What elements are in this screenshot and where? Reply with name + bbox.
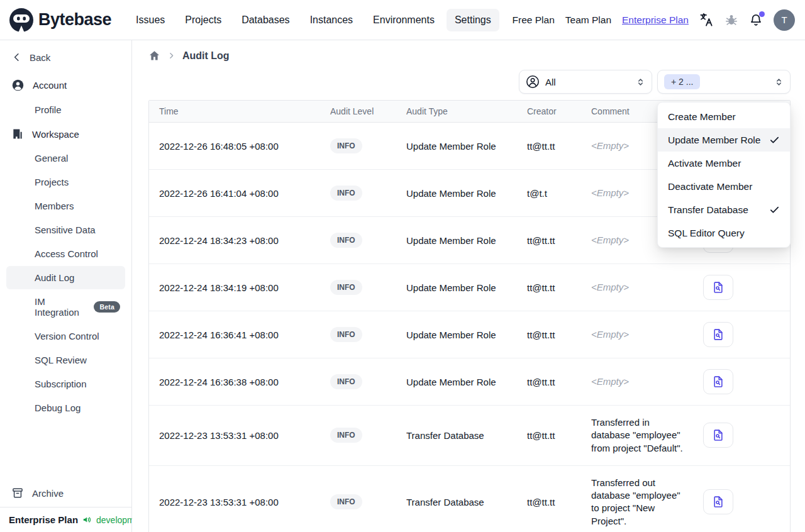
archive-box-icon bbox=[11, 487, 24, 499]
updown-icon bbox=[774, 77, 784, 87]
actions-cell bbox=[693, 406, 790, 466]
user-circle-icon bbox=[11, 79, 25, 92]
actions-cell bbox=[693, 465, 790, 532]
bug-icon[interactable] bbox=[724, 13, 738, 27]
filter-row: All + 2 ... bbox=[148, 70, 791, 94]
sidebar-scroll: Back Account Profile Workspace bbox=[0, 40, 131, 479]
time-cell: 2022-12-24 16:36:38 +08:00 bbox=[149, 358, 320, 406]
time-cell: 2022-12-23 13:53:31 +08:00 bbox=[149, 406, 320, 466]
sidebar-item-members[interactable]: Members bbox=[6, 194, 125, 218]
sidebar-item-label: Debug Log bbox=[35, 402, 80, 413]
nav-item-instances[interactable]: Instances bbox=[302, 9, 361, 31]
audit-type-filter-select[interactable]: + 2 ... bbox=[657, 70, 791, 94]
menu-item-label: Deactivate Member bbox=[668, 181, 752, 192]
view-payload-button[interactable] bbox=[703, 275, 733, 300]
file-search-icon bbox=[712, 496, 724, 508]
nav-item-databases[interactable]: Databases bbox=[233, 9, 298, 31]
menu-item-sql-editor-query[interactable]: SQL Editor Query bbox=[658, 221, 790, 245]
creator-filter-select[interactable]: All bbox=[519, 70, 652, 94]
level-badge: INFO bbox=[330, 428, 362, 443]
sidebar-item-label: Subscription bbox=[35, 379, 87, 389]
table-row: 2022-12-23 13:53:31 +08:00 INFO Transfer… bbox=[149, 406, 790, 466]
view-payload-button[interactable] bbox=[703, 369, 733, 394]
chevron-right-icon bbox=[167, 52, 175, 60]
nav-item-environments[interactable]: Environments bbox=[365, 9, 443, 31]
back-button[interactable]: Back bbox=[6, 48, 125, 67]
free-plan-link[interactable]: Free Plan bbox=[513, 14, 555, 26]
sidebar-item-access-control[interactable]: Access Control bbox=[6, 242, 125, 265]
view-payload-button[interactable] bbox=[703, 489, 733, 514]
beta-badge: Beta bbox=[94, 301, 120, 313]
team-plan-link[interactable]: Team Plan bbox=[565, 14, 611, 26]
menu-item-label: Transfer Database bbox=[668, 204, 748, 216]
topbar-right: Free Plan Team Plan Enterprise Plan T bbox=[513, 9, 795, 31]
menu-item-create-member[interactable]: Create Member bbox=[658, 105, 790, 128]
time-cell: 2022-12-26 16:41:04 +08:00 bbox=[149, 170, 320, 217]
level-badge: INFO bbox=[330, 494, 362, 509]
bytebase-logo[interactable]: Bytebase bbox=[9, 8, 111, 33]
sidebar-item-profile[interactable]: Profile bbox=[6, 98, 125, 121]
sidebar-item-sensitive-data[interactable]: Sensitive Data bbox=[6, 218, 125, 241]
bell-icon[interactable] bbox=[749, 13, 763, 27]
nav-item-settings[interactable]: Settings bbox=[447, 9, 499, 31]
time-cell: 2022-12-24 18:34:23 +08:00 bbox=[149, 217, 320, 264]
time-cell: 2022-12-24 16:36:41 +08:00 bbox=[149, 311, 320, 358]
creator-cell: tt@tt.tt bbox=[517, 311, 581, 358]
sidebar-item-sql-review[interactable]: SQL Review bbox=[6, 348, 125, 372]
level-cell: INFO bbox=[320, 123, 396, 170]
sidebar-item-subscription[interactable]: Subscription bbox=[6, 372, 125, 396]
creator-cell: tt@tt.tt bbox=[517, 264, 581, 311]
settings-sidebar: Back Account Profile Workspace bbox=[0, 40, 132, 532]
comment-cell: Transferred in database "employee" from … bbox=[581, 406, 693, 466]
type-cell: Transfer Database bbox=[396, 406, 517, 466]
menu-item-deactivate-member[interactable]: Deactivate Member bbox=[658, 175, 790, 198]
file-search-icon bbox=[712, 281, 724, 294]
archive-button[interactable]: Archive bbox=[0, 479, 131, 507]
speaker-icon[interactable] bbox=[82, 514, 92, 525]
time-cell: 2022-12-24 18:34:19 +08:00 bbox=[149, 264, 320, 311]
sidebar-item-version-control[interactable]: Version Control bbox=[6, 324, 125, 348]
brand-wordmark: Bytebase bbox=[38, 10, 111, 30]
creator-cell: t@t.t bbox=[517, 170, 581, 217]
sidebar-item-label: General bbox=[35, 153, 68, 163]
table-row: 2022-12-24 16:36:38 +08:00 INFO Update M… bbox=[149, 358, 790, 406]
sidebar-item-label: Access Control bbox=[35, 248, 98, 259]
menu-item-update-member-role[interactable]: Update Member Role bbox=[658, 128, 790, 152]
main-nav: IssuesProjectsDatabasesInstancesEnvironm… bbox=[128, 9, 499, 31]
menu-item-activate-member[interactable]: Activate Member bbox=[658, 152, 790, 175]
table-row: 2022-12-24 18:34:19 +08:00 INFO Update M… bbox=[149, 264, 790, 311]
view-payload-button[interactable] bbox=[703, 423, 733, 448]
comment-cell: <Empty> bbox=[581, 264, 693, 311]
sidebar-item-debug-log[interactable]: Debug Log bbox=[6, 396, 125, 419]
enterprise-plan-link[interactable]: Enterprise Plan bbox=[622, 14, 689, 26]
nav-item-projects[interactable]: Projects bbox=[177, 9, 230, 31]
sidebar-item-projects[interactable]: Projects bbox=[6, 170, 125, 194]
type-cell: Transfer Database bbox=[396, 465, 517, 532]
nav-item-issues[interactable]: Issues bbox=[128, 9, 173, 31]
sidebar-item-general[interactable]: General bbox=[6, 147, 125, 170]
creator-cell: tt@tt.tt bbox=[517, 358, 581, 406]
translate-icon[interactable] bbox=[699, 13, 714, 27]
menu-item-transfer-database[interactable]: Transfer Database bbox=[658, 198, 790, 221]
avatar[interactable]: T bbox=[774, 9, 795, 31]
level-cell: INFO bbox=[320, 217, 396, 264]
current-plan-label: Enterprise Plan bbox=[9, 514, 78, 525]
level-badge: INFO bbox=[330, 280, 362, 295]
comment-cell: <Empty> bbox=[581, 358, 693, 406]
col-creator: Creator bbox=[517, 101, 581, 123]
level-cell: INFO bbox=[320, 465, 396, 532]
sidebar-item-audit-log[interactable]: Audit Log bbox=[6, 266, 125, 289]
view-payload-button[interactable] bbox=[703, 322, 733, 347]
creator-filter-value: All bbox=[545, 77, 556, 87]
building-icon bbox=[11, 128, 24, 140]
creator-cell: tt@tt.tt bbox=[517, 217, 581, 264]
level-cell: INFO bbox=[320, 358, 396, 406]
level-cell: INFO bbox=[320, 406, 396, 466]
sidebar-item-im-integration[interactable]: IM Integration Beta bbox=[6, 290, 125, 324]
home-icon[interactable] bbox=[148, 50, 160, 62]
comment-cell: Transferred out database "employee" to p… bbox=[581, 465, 693, 532]
notification-dot bbox=[759, 11, 765, 17]
menu-item-label: SQL Editor Query bbox=[668, 228, 745, 239]
account-items: Profile bbox=[6, 98, 125, 121]
col-audit-type: Audit Type bbox=[396, 101, 517, 123]
